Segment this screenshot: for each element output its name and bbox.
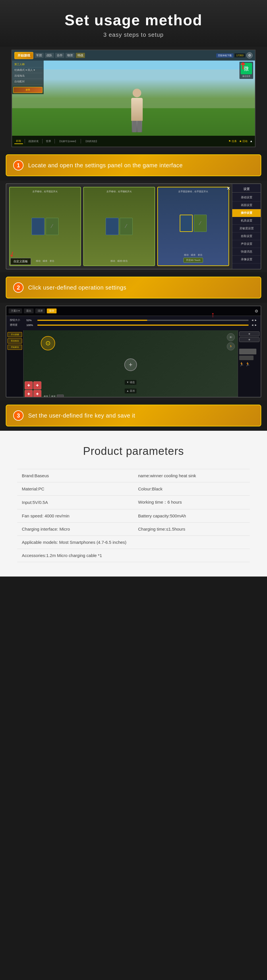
param-row-7: Accessories:1.2m Micro charging cable *1: [17, 549, 250, 562]
param-row-6: Applicable models: Most Smartphones (4.7…: [17, 536, 250, 549]
menu-screen[interactable]: 画面设置: [232, 202, 261, 209]
menu-sound[interactable]: 声音设置: [232, 240, 261, 248]
slider1-fill: [37, 320, 147, 321]
menu-operation[interactable]: 操作设置: [232, 209, 261, 217]
param-label-7: Accessories:1.2m Micro charging cable *1: [17, 549, 250, 562]
slider2-arrows[interactable]: ◄ ►: [251, 323, 257, 326]
custom-panel-label[interactable]: 自定义面板: [10, 258, 31, 265]
sidebar-mode[interactable]: 经典模式 ▾ 四人 ▾: [13, 67, 43, 73]
op-sidebar-snipe[interactable]: 双击狙击: [8, 338, 22, 344]
settings-option-2[interactable]: 左手移动，右手随机开火 ⁄ 移动瞄准+射击: [83, 187, 155, 266]
slider2-left[interactable]: ◄: [251, 323, 254, 326]
activity-btn[interactable]: ★ 活动: [239, 140, 248, 143]
step3-number: 3: [13, 410, 24, 421]
tab-player[interactable]: 【玩家可达0888】: [57, 139, 79, 143]
param-label-6: Applicable models: Most Smartphones (4.7…: [17, 536, 250, 549]
custom-panel-area: ↙ 自定义面板: [10, 256, 31, 265]
settings-icon-top[interactable]: ⚙: [246, 52, 253, 59]
tab-world[interactable]: 世界: [44, 139, 53, 144]
shoot-icon[interactable]: [57, 395, 64, 398]
slider-row-2: 透明度 100% ◄ ►: [10, 323, 257, 327]
menu-shortcut[interactable]: 快捷消息: [232, 248, 261, 256]
settings-close-btn[interactable]: ✕: [227, 186, 230, 191]
op-tab-save[interactable]: 保存: [47, 309, 57, 313]
step2-text: Click user-defined operation settings: [28, 285, 126, 291]
run-btn[interactable]: 🏃: [227, 342, 235, 350]
step3-text: Set the user-defined fire key and save i…: [28, 412, 135, 419]
nav-item-5[interactable]: 特战: [76, 53, 85, 58]
op-sidebar-fire[interactable]: 开火按键: [8, 332, 22, 337]
op-sliders-area: 按钮大小 52% ◄ ► 透明度 100% ◄ ►: [6, 316, 261, 330]
slider1-left[interactable]: ◄: [251, 318, 254, 322]
slider1-arrows[interactable]: ◄ ►: [251, 318, 257, 322]
param-row-4: Fan speed: 4000 rev/min Battery capacity…: [17, 509, 250, 523]
shooter-row: 单发 单发: [44, 395, 235, 398]
coins-display: 17353: [235, 53, 245, 57]
sidebar-auto[interactable]: 自动配对: [13, 79, 43, 85]
game-sidebar-left: 第三人称 经典模式 ▾ 四人 ▾ 压缩海岛 自动配对 赛季: [12, 60, 44, 94]
op-sidebar-shoot[interactable]: 开始射击: [8, 345, 22, 350]
nav-item-3[interactable]: 合作: [55, 53, 64, 58]
param-row-2: Material:PC Colour:Black: [17, 482, 250, 496]
step3-box: 3 Set the user-defined fire key and save…: [6, 405, 261, 426]
menu-tools[interactable]: 机具设置: [232, 217, 261, 225]
operation-mock: 方案3 ▾ 退出 清屏 保存 ⚙ 按钮大小 52% ◄ ► 透明度 100%: [6, 305, 261, 398]
op-top-bar: 方案3 ▾ 退出 清屏 保存 ⚙: [6, 306, 261, 316]
nav-right-btn1[interactable]: 空投补给下载: [216, 53, 234, 58]
medkit-btn-3[interactable]: ✚: [25, 390, 33, 398]
arrow-save: ↑: [211, 310, 215, 319]
settings-main-area: 左手移动，右手固定开火 ⁄ 移动瞄准射击 左手移动，右手随机开火: [6, 184, 232, 269]
tab-message[interactable]: 【排挤消息】: [83, 139, 100, 143]
menu-basic[interactable]: 基础设置: [232, 194, 261, 202]
center-add-btn[interactable]: +: [124, 358, 137, 371]
settings-panel-section: 左手移动，右手固定开火 ⁄ 移动瞄准射击 左手移动，右手随机开火: [0, 180, 267, 272]
bullet-circle[interactable]: ⊙: [41, 336, 55, 350]
shoot-label1: 单发: [44, 395, 48, 398]
nav-item-4[interactable]: 物资: [65, 53, 75, 58]
option2-text: 左手移动，右手随机开火: [106, 190, 132, 193]
base-label[interactable]: ▲ 基准: [125, 388, 137, 393]
params-table: Brand:Baseus name:winner cooling heat si…: [17, 469, 250, 562]
tab-friends[interactable]: 好友: [14, 138, 23, 144]
slider1-track[interactable]: [37, 320, 249, 321]
param-value-3: Working time：6 hours: [134, 496, 250, 509]
settings-option-1[interactable]: 左手移动，右手固定开火 ⁄ 移动瞄准射击: [9, 187, 81, 266]
step2-number: 2: [13, 282, 24, 293]
expand-btn[interactable]: ▲: [250, 140, 253, 143]
op-settings-icon[interactable]: ⚙: [255, 309, 258, 313]
right-btn-2[interactable]: ⊕: [239, 337, 259, 342]
option2-labels: 移动瞄准+射击: [111, 259, 128, 262]
menu-pickup[interactable]: 拾取设置: [232, 232, 261, 240]
option-3d-btn[interactable]: 开启3D Touch: [183, 258, 203, 262]
sidebar-map[interactable]: 压缩海岛: [13, 73, 43, 79]
eye-btn[interactable]: 👁: [227, 333, 235, 341]
op-tab-clear[interactable]: 清屏: [35, 309, 45, 313]
medkit-btn-4[interactable]: ✚: [33, 390, 41, 398]
slider1-right[interactable]: ►: [254, 318, 257, 322]
medkit-btn-1[interactable]: ✚: [25, 381, 33, 390]
param-value-4: Battery capacity:500mAh: [134, 509, 250, 523]
product-title: Product parameters: [17, 445, 250, 457]
gun-icon-1: [239, 348, 256, 355]
right-btn-1[interactable]: ⊗: [239, 331, 259, 336]
nav-item-2[interactable]: 战队: [45, 53, 54, 58]
sidebar-third-person[interactable]: 第三人称: [13, 62, 43, 67]
medkit-btn-2[interactable]: ✚: [33, 381, 41, 390]
slider2-track[interactable]: [37, 325, 249, 326]
tab-game-friends[interactable]: 战游好友: [27, 139, 40, 144]
running-icons: 🏃 🏃: [239, 362, 259, 366]
slider1-label: 按钮大小: [10, 318, 24, 322]
menu-sensitivity[interactable]: 灵敏度设置: [232, 225, 261, 232]
option3-labels: 移动瞄准射击: [184, 253, 202, 256]
op-right-area: ⊗ ⊕ 🏃 🏃: [238, 330, 261, 398]
menu-replay[interactable]: 录像设置: [232, 256, 261, 263]
op-tab-exit[interactable]: 退出: [24, 309, 33, 313]
task-btn[interactable]: ⚑ 任务: [229, 140, 237, 143]
nav-item-1[interactable]: 军团: [35, 53, 44, 58]
start-game-btn[interactable]: 开始游戏: [14, 52, 33, 59]
slider2-right[interactable]: ►: [254, 323, 257, 326]
keyboard-label[interactable]: ▼ 键盘: [125, 380, 137, 385]
settings-option-3[interactable]: 左手固定移动，右手固定开火 ⁄ 移动瞄准射击 开启3D Touch: [157, 187, 229, 266]
op-tab-plan[interactable]: 方案3 ▾: [9, 309, 22, 313]
running-icon-2: 🏃: [245, 362, 250, 366]
